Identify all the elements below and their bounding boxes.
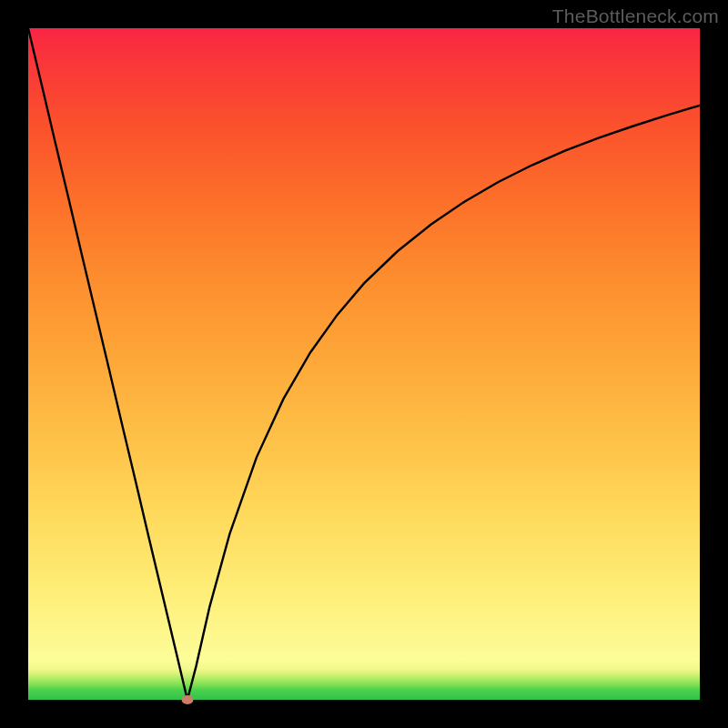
plot-area (28, 28, 700, 700)
optimum-marker (181, 695, 193, 704)
bottleneck-curve (28, 28, 700, 700)
watermark-text: TheBottleneck.com (552, 5, 719, 27)
chart-frame: TheBottleneck.com (0, 0, 728, 728)
